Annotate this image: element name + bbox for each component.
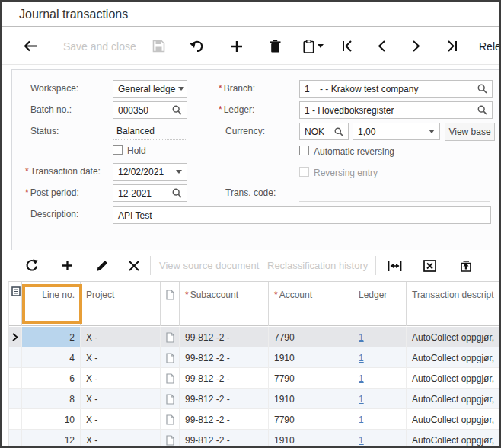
automatic-reversing-checkbox[interactable]: [299, 146, 309, 155]
cell-subaccount[interactable]: 99-812 -2 -: [180, 347, 269, 368]
post-period-input[interactable]: 12-2021: [113, 184, 187, 202]
lookup-icon[interactable]: [477, 105, 487, 115]
table-row[interactable]: 2 X - 99-812 -2 - 7790 1 AutoCollect opp…: [9, 327, 499, 347]
ledger-input[interactable]: 1 - Hovedboksregister: [299, 101, 493, 119]
cell-document[interactable]: [161, 430, 180, 448]
table-row[interactable]: 6 X - 99-812 -2 - 7790 1 AutoCollect opp…: [9, 368, 499, 389]
description-input[interactable]: API Test: [113, 206, 491, 224]
cell-description[interactable]: AutoCollect oppgjør,: [407, 327, 499, 347]
cell-project[interactable]: X -: [81, 409, 161, 430]
cell-line-no[interactable]: 10: [22, 409, 81, 430]
cell-account[interactable]: 7790: [269, 368, 353, 389]
cell-subaccount[interactable]: 99-812 -2 -: [180, 327, 269, 347]
currency-code-input[interactable]: NOK: [299, 123, 349, 140]
save-button[interactable]: [152, 27, 165, 65]
cell-account[interactable]: 1910: [269, 430, 353, 448]
cell-subaccount[interactable]: 99-812 -2 -: [180, 368, 269, 389]
required-asterisk: *: [219, 104, 222, 115]
nav-prev-button[interactable]: [378, 27, 385, 65]
column-header-description[interactable]: Transaction descript: [407, 282, 499, 326]
cell-document[interactable]: [161, 389, 180, 409]
cell-account[interactable]: 7790: [269, 409, 353, 430]
clipboard-menu-button[interactable]: [303, 27, 324, 65]
trans-code-input[interactable]: [299, 185, 490, 202]
cell-line-no[interactable]: 2: [22, 327, 81, 347]
reversing-entry-checkbox[interactable]: [299, 167, 309, 177]
ledger-link[interactable]: 1: [359, 353, 364, 363]
currency-rate-dropdown[interactable]: 1,00: [353, 123, 440, 140]
cell-account[interactable]: 7790: [269, 327, 353, 347]
cell-line-no[interactable]: 4: [22, 347, 81, 368]
fit-to-width-button[interactable]: [388, 250, 402, 281]
back-button[interactable]: [24, 27, 38, 65]
table-row[interactable]: 12 X - 99-812 -2 - 1910 1 AutoCollect op…: [9, 430, 499, 448]
cell-document[interactable]: [161, 368, 180, 389]
transaction-date-picker[interactable]: 12/02/2021: [113, 163, 187, 181]
lookup-icon[interactable]: [334, 127, 343, 136]
table-row[interactable]: 10 X - 99-812 -2 - 7790 1 AutoCollect op…: [9, 409, 499, 430]
cell-project[interactable]: X -: [81, 368, 161, 389]
cell-line-no[interactable]: 8: [22, 389, 81, 409]
cell-project[interactable]: X -: [81, 347, 161, 368]
cell-line-no[interactable]: 6: [22, 368, 81, 389]
lookup-icon[interactable]: [172, 188, 182, 198]
cell-description[interactable]: AutoCollect oppgjør,: [407, 389, 499, 409]
cell-line-no[interactable]: 12: [22, 430, 81, 448]
delete-row-button[interactable]: [129, 250, 139, 281]
nav-first-button[interactable]: [342, 27, 353, 65]
upload-file-button[interactable]: [459, 250, 473, 281]
view-base-button[interactable]: View base: [445, 123, 495, 141]
hold-checkbox[interactable]: [113, 145, 123, 155]
undo-button[interactable]: [190, 27, 204, 65]
cell-document[interactable]: [161, 409, 180, 430]
add-row-button[interactable]: [62, 250, 73, 281]
cell-document[interactable]: [161, 327, 180, 347]
column-header-account[interactable]: *Account: [269, 282, 353, 326]
cell-project[interactable]: X -: [81, 430, 161, 448]
cell-subaccount[interactable]: 99-812 -2 -: [180, 389, 269, 409]
lookup-icon[interactable]: [172, 105, 182, 115]
view-source-document-button[interactable]: View source document: [159, 250, 259, 281]
ledger-link[interactable]: 1: [359, 373, 364, 384]
ledger-link[interactable]: 1: [359, 394, 364, 405]
save-and-close-button[interactable]: Save and close: [63, 27, 136, 65]
workspace-dropdown[interactable]: General ledge: [113, 80, 187, 98]
export-to-excel-button[interactable]: [423, 250, 436, 281]
nav-last-button[interactable]: [447, 27, 458, 65]
lookup-icon[interactable]: [477, 84, 487, 94]
batch-no-input[interactable]: 000350: [113, 101, 187, 119]
notes-column-header[interactable]: [9, 282, 22, 326]
cell-description[interactable]: AutoCollect oppgjør,: [407, 368, 499, 389]
cell-project[interactable]: X -: [81, 327, 161, 347]
cell-document[interactable]: [161, 347, 180, 368]
cell-description[interactable]: AutoCollect oppgjør,: [407, 430, 499, 448]
ledger-link[interactable]: 1: [359, 414, 364, 425]
release-button[interactable]: Rele: [479, 27, 501, 65]
cell-project[interactable]: X -: [81, 389, 161, 409]
current-row-arrow-icon: [12, 333, 18, 341]
ledger-link[interactable]: 1: [359, 332, 364, 343]
document-column-header[interactable]: [161, 282, 180, 326]
required-asterisk: *: [25, 166, 29, 177]
column-header-project[interactable]: Project: [81, 282, 161, 326]
cell-description[interactable]: AutoCollect oppgjør,: [407, 409, 499, 430]
table-row[interactable]: 4 X - 99-812 -2 - 1910 1 AutoCollect opp…: [9, 347, 499, 368]
cell-account[interactable]: 1910: [269, 389, 353, 409]
column-header-subaccount[interactable]: *Subaccount: [180, 282, 269, 326]
reclassification-history-button[interactable]: Reclassification history: [267, 250, 368, 281]
cell-subaccount[interactable]: 99-812 -2 -: [180, 430, 269, 448]
column-header-ledger[interactable]: Ledger: [353, 282, 407, 326]
cell-subaccount[interactable]: 99-812 -2 -: [180, 409, 269, 430]
refresh-button[interactable]: [25, 250, 38, 281]
delete-record-button[interactable]: [270, 27, 281, 65]
table-row[interactable]: 8 X - 99-812 -2 - 1910 1 AutoCollect opp…: [9, 389, 499, 409]
ledger-link[interactable]: 1: [359, 435, 364, 446]
column-header-line-no[interactable]: Line no.: [22, 282, 81, 326]
add-record-button[interactable]: [231, 27, 243, 65]
cell-description[interactable]: AutoCollect oppgjør,: [407, 347, 499, 368]
cell-account[interactable]: 1910: [269, 347, 353, 368]
nav-next-button[interactable]: [413, 27, 420, 65]
edit-row-button[interactable]: [96, 250, 109, 281]
branch-input[interactable]: 1 - - Krakow test company: [299, 80, 493, 98]
nav-last-icon: [447, 40, 458, 52]
